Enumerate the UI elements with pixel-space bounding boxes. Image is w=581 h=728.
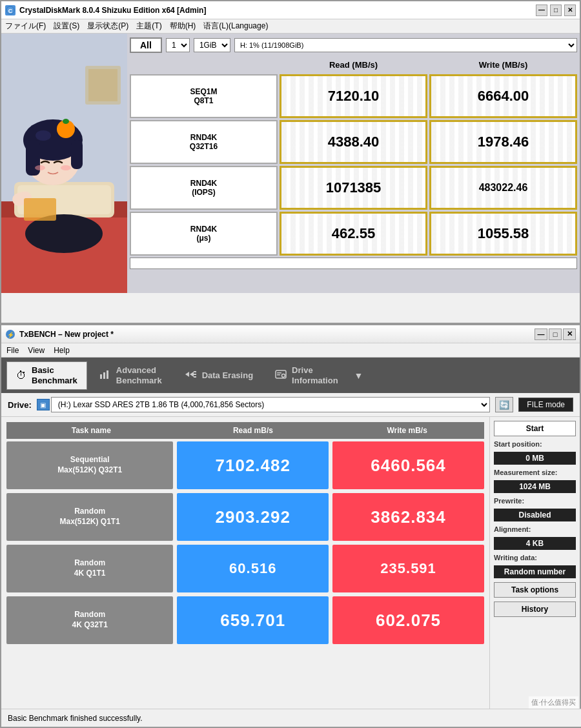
txb-main-content: Task name Read mB/s Write mB/s Sequentia…	[1, 417, 580, 712]
txb-write-rnd4k-q1: 235.591	[332, 545, 484, 592]
cdm-value-write-rnd4k-us: 1055.58	[478, 225, 529, 242]
txb-menu-help[interactable]: Help	[54, 346, 70, 355]
cdm-win-controls: — □ ✕	[536, 5, 576, 16]
cdm-row-rnd4k-q32: RND4KQ32T16 4388.40 1978.46	[130, 120, 577, 164]
txb-read-rnd-max: 2903.292	[177, 493, 329, 541]
advanced-benchmark-icon	[99, 369, 111, 382]
anime-character-svg	[1, 34, 127, 293]
anime-character-panel	[1, 34, 127, 293]
cdm-read-seq1m: 7120.10	[280, 74, 427, 118]
txb-measurement-size-value: 1024 MB	[494, 480, 576, 493]
cdm-minimize-btn[interactable]: —	[536, 5, 547, 16]
svg-rect-11	[71, 140, 83, 169]
cdm-menu-settings[interactable]: 設置(S)	[54, 21, 79, 32]
txb-task-options-button[interactable]: Task options	[494, 582, 576, 598]
svg-rect-18	[24, 198, 56, 221]
txb-table-header: Task name Read mB/s Write mB/s	[6, 422, 484, 439]
txb-drive-selector[interactable]: (H:) Lexar SSD ARES 2TB 1.86 TB (4,000,7…	[51, 397, 490, 412]
txb-results-panel: Task name Read mB/s Write mB/s Sequentia…	[1, 417, 489, 712]
cdm-menu-display[interactable]: 显示状态(P)	[87, 21, 128, 32]
txb-label-rnd4k-q32: Random4K Q32T1	[6, 596, 173, 644]
txb-row-rnd-max: RandomMax(512K) Q1T1 2903.292 3862.834	[6, 493, 484, 541]
tab-overflow-arrow[interactable]: ▼	[351, 361, 367, 390]
tab-advanced-benchmark[interactable]: AdvancedBenchmark	[90, 361, 172, 390]
basic-benchmark-icon: ⏱	[16, 370, 26, 381]
cdm-close-btn[interactable]: ✕	[564, 5, 576, 16]
tab-data-erasing[interactable]: Data Erasing	[174, 361, 263, 390]
svg-rect-23	[100, 374, 102, 379]
svg-rect-31	[277, 372, 281, 374]
txb-label-rnd-max: RandomMax(512K) Q1T1	[6, 493, 173, 541]
txb-prewrite-label: Prewrite:	[494, 497, 576, 505]
cdm-row-seq1m: SEQ1MQ8T1 7120.10 6664.00	[130, 74, 577, 118]
cdm-menu-help[interactable]: 帮助(H)	[170, 21, 196, 32]
txb-title-icon: ⚡	[5, 329, 15, 339]
cdm-maximize-btn[interactable]: □	[550, 5, 562, 16]
cdm-menu-theme[interactable]: 主题(T)	[136, 21, 161, 32]
tab-drive-information[interactable]: DriveInformation	[265, 361, 348, 390]
tab-basic-label: BasicBenchmark	[32, 365, 77, 385]
txb-value-write-rnd-max: 3862.834	[371, 507, 445, 527]
txb-th-taskname: Task name	[6, 425, 176, 436]
data-erasing-icon	[184, 369, 197, 382]
cdm-menu-lang[interactable]: 语言(L)(Language)	[203, 21, 268, 32]
txb-value-read-rnd4k-q1: 60.516	[229, 560, 276, 577]
cdm-count-select[interactable]: 1	[166, 38, 190, 52]
txb-history-button[interactable]: History	[494, 602, 576, 617]
txb-writing-data-label: Writing data:	[494, 554, 576, 561]
txb-minimize-btn[interactable]: —	[535, 329, 547, 340]
cdm-col-write: Write (MB/s)	[429, 57, 577, 72]
txb-label-rnd4k-q1: Random4K Q1T1	[6, 545, 173, 592]
txb-win-controls: — □ ✕	[535, 329, 576, 340]
txb-alignment-value: 4 KB	[494, 537, 576, 550]
cdm-value-write-seq1m: 6664.00	[478, 88, 529, 105]
cdm-size-select[interactable]: 1GiB	[194, 38, 230, 52]
txb-label-seq-max: SequentialMax(512K) Q32T1	[6, 441, 173, 489]
txb-maximize-btn[interactable]: □	[549, 329, 562, 340]
cdm-write-rnd4k-iops: 483022.46	[429, 166, 577, 210]
tab-basic-benchmark[interactable]: ⏱ BasicBenchmark	[6, 361, 87, 390]
txb-value-write-rnd4k-q1: 235.591	[380, 560, 436, 577]
cdm-all-button[interactable]: All	[130, 37, 162, 53]
txb-value-write-seq-max: 6460.564	[371, 456, 445, 476]
svg-rect-10	[26, 140, 40, 176]
txb-close-btn[interactable]: ✕	[563, 329, 576, 340]
cdm-menubar: ファイル(F) 設置(S) 显示状态(P) 主题(T) 帮助(H) 语言(L)(…	[1, 19, 580, 34]
cdm-label-seq1m: SEQ1MQ8T1	[130, 74, 278, 118]
svg-point-12	[36, 130, 51, 141]
txb-menu-file[interactable]: File	[6, 346, 19, 355]
txb-read-rnd4k-q32: 659.701	[177, 596, 329, 644]
txb-start-position-label: Start position:	[494, 440, 576, 448]
txb-write-seq-max: 6460.564	[332, 441, 484, 489]
cdm-value-write-rnd4k-q32: 1978.46	[478, 134, 529, 150]
svg-point-15	[35, 165, 45, 170]
svg-rect-20	[88, 69, 117, 101]
cdm-read-rnd4k-us: 462.55	[280, 212, 427, 256]
drive-type-icon: ▣	[37, 399, 50, 410]
cdm-read-rnd4k-iops: 1071385	[280, 166, 427, 210]
txb-start-button[interactable]: Start	[494, 421, 576, 436]
cdm-value-read-rnd4k-us: 462.55	[332, 225, 375, 242]
cdm-controls-row: All 1 1GiB H: 1% (11/1908GiB)	[130, 36, 577, 54]
cdm-menu-file[interactable]: ファイル(F)	[5, 21, 46, 32]
txb-th-read: Read mB/s	[176, 425, 331, 436]
txb-start-position-value: 0 MB	[494, 452, 576, 465]
cdm-bench-area: All 1 1GiB H: 1% (11/1908GiB) Read (MB/s…	[127, 34, 580, 293]
txb-menu-view[interactable]: View	[28, 346, 45, 355]
txb-prewrite-value: Disabled	[494, 509, 576, 521]
txb-th-write: Write mB/s	[330, 425, 484, 436]
cdm-drive-select[interactable]: H: 1% (11/1908GiB)	[234, 38, 577, 52]
cdm-label-rnd4k-q32: RND4KQ32T16	[130, 120, 278, 164]
cdm-titlebar: C CrystalDiskMark 8.0.4 Shizuku Edition …	[1, 1, 580, 19]
cdm-label-rnd4k-us: RND4K(μs)	[130, 212, 278, 256]
txb-drive-row: Drive: ▣ (H:) Lexar SSD ARES 2TB 1.86 TB…	[1, 393, 580, 417]
txb-value-read-rnd4k-q32: 659.701	[220, 611, 285, 631]
txb-refresh-drive-btn[interactable]: 🔄	[495, 397, 513, 412]
cdm-progress-bar	[130, 258, 577, 269]
txb-row-seq-max: SequentialMax(512K) Q32T1 7102.482 6460.…	[6, 441, 484, 489]
txb-write-rnd-max: 3862.834	[332, 493, 484, 541]
cdm-row-rnd4k-iops: RND4K(IOPS) 1071385 483022.46	[130, 166, 577, 210]
txb-row-rnd4k-q32: Random4K Q32T1 659.701 602.075	[6, 596, 484, 644]
svg-text:⚡: ⚡	[7, 331, 15, 339]
txb-filemode-button[interactable]: FILE mode	[518, 398, 573, 412]
